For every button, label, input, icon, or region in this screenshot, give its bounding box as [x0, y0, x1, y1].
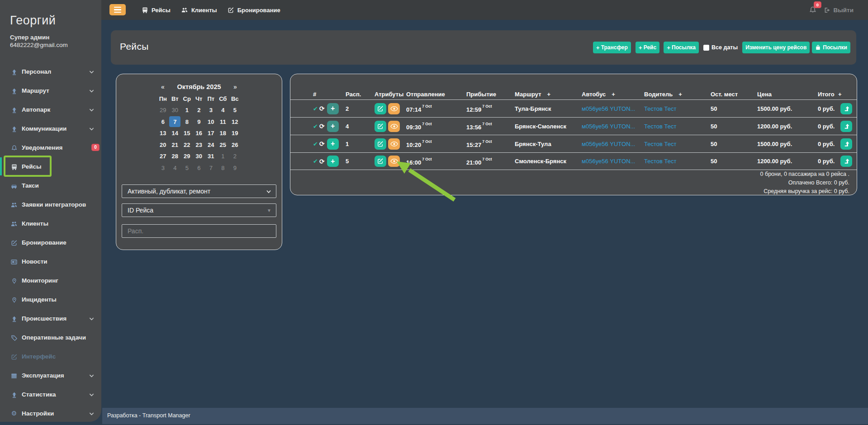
- calendar-day[interactable]: 5: [181, 162, 193, 174]
- add-booking-button[interactable]: +: [327, 156, 339, 167]
- calendar-day[interactable]: 29: [181, 151, 193, 162]
- calendar-day[interactable]: 13: [157, 128, 169, 139]
- sidebar-item-клиенты[interactable]: Клиенты: [0, 214, 101, 233]
- level-up-button[interactable]: [840, 156, 852, 167]
- hamburger-menu-button[interactable]: [109, 4, 126, 15]
- view-trip-button[interactable]: [388, 138, 400, 150]
- calendar-next-button[interactable]: »: [229, 83, 241, 90]
- bus-link[interactable]: м056уе56 YUTON...: [582, 105, 644, 112]
- calendar-day[interactable]: 12: [229, 116, 241, 128]
- calendar-day[interactable]: 6: [157, 116, 169, 128]
- calendar-day[interactable]: 27: [157, 151, 169, 162]
- sidebar-item-заявки-интеграторов[interactable]: Заявки интеграторов: [0, 195, 101, 214]
- notifications-bell-icon[interactable]: 0: [809, 5, 817, 14]
- sidebar-item-настройки[interactable]: ⚙Настройки: [0, 404, 101, 423]
- trip-id-select[interactable]: ID Рейса ▼: [122, 203, 276, 217]
- calendar-day[interactable]: 17: [205, 128, 217, 139]
- calendar-day[interactable]: 30: [193, 151, 205, 162]
- calendar-day[interactable]: 3: [205, 104, 217, 116]
- view-trip-button[interactable]: [388, 156, 400, 167]
- parcels-button[interactable]: Посылки: [812, 42, 850, 53]
- status-select[interactable]: Активный, дубликат, ремонт: [122, 184, 276, 198]
- bus-link[interactable]: м056уе56 YUTON...: [582, 123, 644, 130]
- calendar-day[interactable]: 28: [169, 151, 181, 162]
- edit-trip-button[interactable]: [375, 156, 386, 167]
- view-trip-button[interactable]: [388, 103, 400, 114]
- calendar-day[interactable]: 7: [205, 162, 217, 174]
- sidebar-item-автопарк[interactable]: Автопарк: [0, 100, 101, 119]
- column-header[interactable]: Автобус+: [582, 91, 644, 99]
- topnav-item-3[interactable]: Бронирование: [228, 7, 280, 14]
- column-header[interactable]: Маршрут+: [515, 91, 582, 99]
- driver-link[interactable]: Тестов Тест: [644, 105, 711, 112]
- sidebar-item-происшествия[interactable]: Происшествия: [0, 309, 101, 328]
- add-trip-button[interactable]: +Рейс: [636, 42, 659, 53]
- calendar-day[interactable]: 18: [217, 128, 229, 139]
- calendar-day[interactable]: 4: [169, 162, 181, 174]
- sidebar-item-персонал[interactable]: Персонал: [0, 62, 101, 81]
- driver-link[interactable]: Тестов Тест: [644, 123, 711, 130]
- sidebar-item-интерфейс[interactable]: Интерфейс: [0, 347, 101, 366]
- edit-trip-button[interactable]: [375, 121, 386, 132]
- column-header[interactable]: Водитель+: [644, 91, 711, 99]
- calendar-day[interactable]: 15: [181, 128, 193, 139]
- calendar-prev-button[interactable]: «: [157, 83, 169, 90]
- calendar-day[interactable]: 14: [169, 128, 181, 139]
- level-up-button[interactable]: [840, 103, 852, 114]
- calendar-day[interactable]: 10: [205, 116, 217, 128]
- sidebar-item-маршрут[interactable]: Маршрут: [0, 81, 101, 100]
- calendar-day[interactable]: 22: [181, 139, 193, 151]
- calendar-day[interactable]: 3: [157, 162, 169, 174]
- logout-button[interactable]: Выйти: [824, 6, 854, 14]
- sidebar-item-бронирование[interactable]: Бронирование: [0, 233, 101, 252]
- calendar-day[interactable]: 8: [217, 162, 229, 174]
- sidebar-item-уведомления[interactable]: Уведомления0: [0, 138, 101, 157]
- calendar-day[interactable]: 8: [181, 116, 193, 128]
- sidebar-item-инциденты[interactable]: Инциденты: [0, 290, 101, 309]
- driver-link[interactable]: Тестов Тест: [644, 158, 711, 165]
- calendar-day[interactable]: 16: [193, 128, 205, 139]
- all-dates-checkbox[interactable]: [703, 45, 709, 51]
- calendar-day[interactable]: 24: [205, 139, 217, 151]
- calendar-day-selected[interactable]: 7: [169, 116, 181, 128]
- calendar-day[interactable]: 1: [217, 151, 229, 162]
- level-up-button[interactable]: [840, 121, 852, 132]
- calendar-day[interactable]: 9: [229, 162, 241, 174]
- edit-trip-button[interactable]: [375, 103, 386, 114]
- level-up-button[interactable]: [840, 138, 852, 150]
- calendar-day[interactable]: 31: [205, 151, 217, 162]
- add-parcel-button[interactable]: +Посылка: [664, 42, 699, 53]
- calendar-day[interactable]: 2: [229, 151, 241, 162]
- edit-trip-button[interactable]: [375, 138, 386, 150]
- calendar-day[interactable]: 11: [217, 116, 229, 128]
- calendar-day[interactable]: 20: [157, 139, 169, 151]
- calendar-day[interactable]: 26: [229, 139, 241, 151]
- add-booking-button[interactable]: +: [327, 138, 339, 150]
- calendar-day[interactable]: 23: [193, 139, 205, 151]
- calendar-day[interactable]: 9: [193, 116, 205, 128]
- sidebar-item-коммуникации[interactable]: Коммуникации: [0, 119, 101, 138]
- sidebar-item-рейсы[interactable]: Рейсы: [0, 157, 101, 176]
- add-transfer-button[interactable]: +Трансфер: [593, 42, 631, 53]
- driver-link[interactable]: Тестов Тест: [644, 141, 711, 147]
- calendar-day[interactable]: 6: [193, 162, 205, 174]
- view-trip-button[interactable]: [388, 121, 400, 132]
- sidebar-item-мониторинг[interactable]: Мониторинг: [0, 271, 101, 290]
- calendar-day[interactable]: 1: [181, 104, 193, 116]
- sidebar-item-эксплуатация[interactable]: Эксплуатация: [0, 366, 101, 385]
- bus-link[interactable]: м056уе56 YUTON...: [582, 158, 644, 165]
- calendar-day[interactable]: 21: [169, 139, 181, 151]
- add-booking-button[interactable]: +: [327, 121, 339, 132]
- sidebar-item-оперативные-задачи[interactable]: Оперативные задачи: [0, 328, 101, 347]
- calendar-day[interactable]: 5: [229, 104, 241, 116]
- topnav-item-2[interactable]: Клиенты: [181, 7, 217, 14]
- change-price-button[interactable]: Изменить цену рейсов: [742, 42, 810, 53]
- topnav-item-1[interactable]: Рейсы: [142, 7, 171, 14]
- calendar-day[interactable]: 4: [217, 104, 229, 116]
- calendar-day[interactable]: 2: [193, 104, 205, 116]
- add-booking-button[interactable]: +: [327, 103, 339, 114]
- sidebar-item-статистика[interactable]: Статистика: [0, 385, 101, 404]
- calendar-day[interactable]: 25: [217, 139, 229, 151]
- calendar-day[interactable]: 19: [229, 128, 241, 139]
- bus-link[interactable]: м056уе56 YUTON...: [582, 141, 644, 147]
